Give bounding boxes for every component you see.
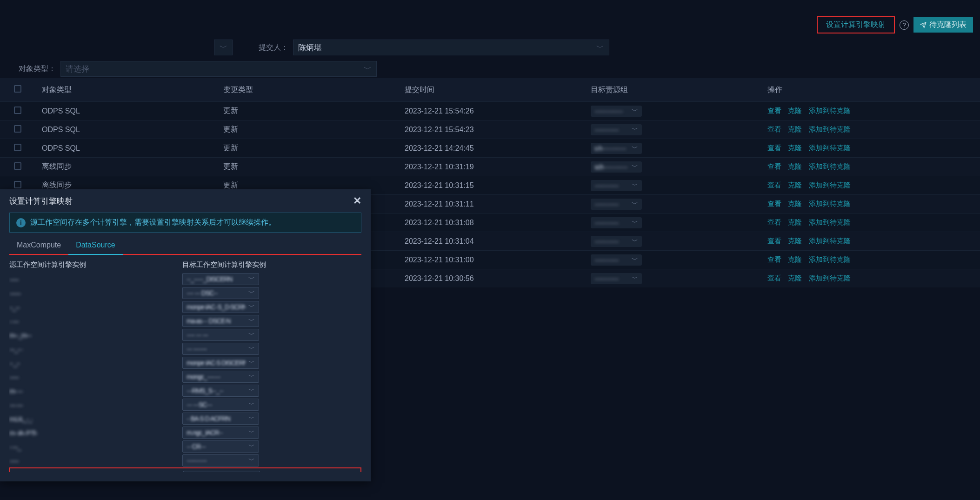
mapping-row: ········· ··············· ﹀ — [9, 453, 361, 467]
mapping-row: m····_m····· ······ ···· ···· ﹀ — [9, 328, 361, 342]
clone-link[interactable]: 克隆 — [788, 144, 802, 152]
add-to-wait-link[interactable]: 添加到待克隆 — [809, 237, 851, 245]
object-type-placeholder: 请选择 — [66, 64, 89, 74]
row-checkbox[interactable] — [14, 181, 21, 188]
mapping-target-select[interactable]: ······ ···· ···· ﹀ — [182, 329, 259, 341]
add-to-wait-link[interactable]: 添加到待克隆 — [809, 218, 851, 226]
mapping-target-select[interactable]: ···_·······_DISCERN ﹀ — [182, 273, 259, 285]
target-group-select[interactable]: ·················· ﹀ — [591, 199, 642, 210]
row-checkbox[interactable] — [14, 162, 21, 170]
mapping-target-select[interactable]: ···· ·········· ﹀ — [182, 343, 259, 355]
view-link[interactable]: 查看 — [767, 218, 781, 226]
set-engine-mapping-button[interactable]: 设置计算引擎映射 — [817, 16, 895, 33]
target-group-select[interactable]: s·h·················· ﹀ — [591, 143, 642, 154]
mapping-target-select[interactable]: ·· BA·S D ACFRN ﹀ — [182, 413, 259, 425]
view-link[interactable]: 查看 — [767, 144, 781, 152]
clone-link[interactable]: 克隆 — [788, 274, 802, 282]
view-link[interactable]: 查看 — [767, 125, 781, 133]
mapping-target-select[interactable]: ··· CR···· ﹀ — [182, 440, 259, 453]
target-group-select[interactable]: ·················· ﹀ — [591, 217, 642, 228]
target-group-select[interactable]: ·················· ﹀ — [591, 254, 642, 266]
view-link[interactable]: 查看 — [767, 274, 781, 282]
clone-link[interactable]: 克隆 — [788, 200, 802, 207]
mapping-row: ··· _··· monpe IAC·S DISCERN ﹀ — [9, 356, 361, 370]
add-to-wait-link[interactable]: 添加到待克隆 — [809, 107, 851, 114]
wait-clone-list-label: 待克隆列表 — [929, 20, 967, 30]
mapping-target-select[interactable]: ····· ···· DSC··· ﹀ — [182, 287, 259, 299]
add-to-wait-link[interactable]: 添加到待克隆 — [809, 181, 851, 189]
target-group-value: ·················· — [594, 126, 619, 133]
row-checkbox[interactable] — [14, 144, 21, 151]
add-to-wait-link[interactable]: 添加到待克隆 — [809, 125, 851, 133]
target-group-select[interactable]: ·················· ﹀ — [591, 124, 642, 135]
mapping-source: m·· ·IA·· P·TI·· — [9, 429, 182, 437]
chevron-down-icon: ﹀ — [632, 107, 638, 115]
add-to-wait-link[interactable]: 添加到待克隆 — [809, 255, 851, 263]
object-type-select[interactable]: 请选择 ﹀ — [60, 61, 377, 77]
view-link[interactable]: 查看 — [767, 162, 781, 170]
chevron-down-icon: ﹀ — [248, 414, 255, 423]
tab-maxcompute[interactable]: MaxCompute — [9, 236, 68, 254]
mapping-target-select[interactable]: mongc_·········· ﹀ — [182, 371, 259, 383]
cell-submit-time: 2023-12-21 10:30:56 — [405, 274, 586, 283]
target-group-select[interactable]: ·················· ﹀ — [591, 180, 642, 191]
tab-datasource[interactable]: DataSource — [68, 236, 123, 255]
chevron-down-icon: ﹀ — [248, 289, 255, 297]
mapping-target-value: monpe·IAC··S_D·SCRN — [187, 303, 246, 311]
header-object-type: 对象类型 — [42, 85, 223, 95]
clone-link[interactable]: 克隆 — [788, 107, 802, 114]
view-link[interactable]: 查看 — [767, 107, 781, 114]
view-link[interactable]: 查看 — [767, 237, 781, 245]
target-group-select[interactable]: ·················· ﹀ — [591, 236, 642, 247]
close-icon[interactable]: ✕ — [353, 195, 361, 207]
target-group-value: ·················· — [594, 238, 619, 245]
mapping-target-select[interactable]: ma·as···· DSCE·N ﹀ — [182, 315, 259, 327]
target-group-value: ·················· — [594, 200, 619, 208]
chevron-down-icon: ﹀ — [632, 274, 638, 283]
view-link[interactable]: 查看 — [767, 255, 781, 263]
select-all-checkbox[interactable] — [14, 85, 21, 93]
mapping-header-target: 目标工作空间计算引擎实例 — [182, 260, 361, 269]
mapping-row-highlighted: mysql_iacrm mysql_iacrms ﹀ — [9, 467, 361, 472]
mapping-row: m·· ····· ····RMS_S···_··· ﹀ — [9, 384, 361, 398]
add-to-wait-link[interactable]: 添加到待克隆 — [809, 200, 851, 207]
clone-link[interactable]: 克隆 — [788, 181, 802, 189]
mapping-target-select[interactable]: ··············· ﹀ — [182, 454, 259, 467]
row-checkbox[interactable] — [14, 107, 21, 114]
filter-unknown-select[interactable]: ﹀ — [214, 40, 233, 55]
clone-link[interactable]: 克隆 — [788, 237, 802, 245]
mapping-target-value: ······ ···· ···· — [187, 331, 246, 339]
submitter-select[interactable]: 陈炳堪 ﹀ — [293, 40, 609, 55]
mapping-target-select[interactable]: m.ngc_IACR··· ﹀ — [182, 427, 259, 439]
header-actions: 操作 — [767, 85, 980, 95]
chevron-down-icon: ﹀ — [248, 428, 255, 437]
mapping-row: m·· ·IA·· P·TI·· m.ngc_IACR··· ﹀ — [9, 426, 361, 440]
clone-link[interactable]: 克隆 — [788, 255, 802, 263]
add-to-wait-link[interactable]: 添加到待克隆 — [809, 162, 851, 170]
cell-submit-time: 2023-12-21 10:31:15 — [405, 181, 586, 190]
clone-link[interactable]: 克隆 — [788, 162, 802, 170]
add-to-wait-link[interactable]: 添加到待克隆 — [809, 144, 851, 152]
mapping-target-select[interactable]: monpe·IAC··S_D·SCRN ﹀ — [182, 301, 259, 313]
mapping-target-select[interactable]: monpe IAC·S DISCERN ﹀ — [182, 357, 259, 369]
help-icon[interactable]: ? — [900, 20, 909, 30]
mapping-source: ···_···· — [9, 303, 182, 311]
info-text: 源工作空间存在多个计算引擎，需要设置引擎映射关系后才可以继续操作。 — [30, 218, 276, 227]
target-group-select[interactable]: ····················· ﹀ — [591, 106, 642, 117]
row-checkbox[interactable] — [14, 125, 21, 133]
target-group-select[interactable]: sch·················· ﹀ — [591, 161, 642, 173]
info-banner: i 源工作空间存在多个计算引擎，需要设置引擎映射关系后才可以继续操作。 — [9, 213, 361, 233]
mapping-target-select[interactable]: ···· ····SC···· ﹀ — [182, 399, 259, 411]
mapping-target-select[interactable]: mysql_iacrms ﹀ — [183, 471, 260, 472]
view-link[interactable]: 查看 — [767, 181, 781, 189]
target-group-select[interactable]: ·················· ﹀ — [591, 273, 642, 284]
wait-clone-list-button[interactable]: 待克隆列表 — [913, 17, 973, 33]
mapping-target-select[interactable]: ····RMS_S···_··· ﹀ — [182, 385, 259, 397]
mapping-target-value: ma·as···· DSCE·N — [187, 317, 246, 325]
target-group-value: ·················· — [594, 182, 619, 189]
add-to-wait-link[interactable]: 添加到待克隆 — [809, 274, 851, 282]
view-link[interactable]: 查看 — [767, 200, 781, 207]
dialog-title: 设置计算引擎映射 — [9, 196, 73, 207]
clone-link[interactable]: 克隆 — [788, 218, 802, 226]
clone-link[interactable]: 克隆 — [788, 125, 802, 133]
